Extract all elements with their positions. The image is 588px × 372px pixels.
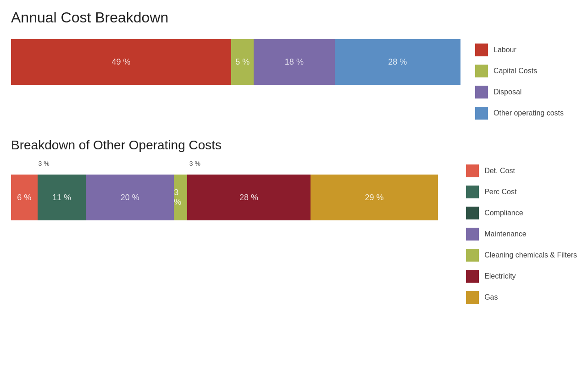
legend-item: Cleaning chemicals & Filters [466,249,577,262]
bar-segment: 20 % [86,175,174,220]
legend-label: Maintenance [484,230,527,238]
legend-label: Other operating costs [494,109,564,117]
chart2-row: 3 %3 % 6 %11 %20 %3 %28 %29 % Det. CostP… [11,160,577,304]
bar-segment: 18 % [254,39,334,85]
legend-item: Gas [466,291,577,304]
chart2-section: Breakdown of Other Operating Costs 3 %3 … [11,138,577,304]
legend-item: Det. Cost [466,164,577,177]
legend-label: Perc Cost [484,188,516,196]
legend-label: Electricity [484,272,516,280]
legend-label: Det. Cost [484,167,515,175]
legend-item: Electricity [466,270,577,283]
legend-item: Compliance [466,207,577,219]
legend-item: Labour [475,44,564,56]
legend-item: Perc Cost [466,186,577,198]
bar-segment: 6 % [11,175,38,220]
chart1-section: Annual Cost Breakdown 49 %5 %18 %28 % La… [11,9,577,120]
bar-segment: 29 % [311,175,438,220]
chart1-row: 49 %5 %18 %28 % LabourCapital CostsDispo… [11,39,577,120]
legend-color-swatch [466,164,479,177]
bar-segment: 11 % [38,175,86,220]
legend-color-swatch [475,44,488,56]
bar-label-above: 3 % [39,160,50,167]
bar-segment: 3 % [174,175,187,220]
legend-label: Cleaning chemicals & Filters [484,251,577,259]
legend-color-swatch [466,270,479,283]
chart2-bar: 6 %11 %20 %3 %28 %29 % [11,175,451,220]
legend-color-swatch [475,86,488,98]
chart1-bar: 49 %5 %18 %28 % [11,39,460,85]
legend-color-swatch [466,249,479,262]
chart2-bar-container: 3 %3 % 6 %11 %20 %3 %28 %29 % [11,160,451,220]
legend-item: Maintenance [466,228,577,241]
chart1-legend: LabourCapital CostsDisposalOther operati… [475,39,564,120]
legend-color-swatch [466,228,479,241]
chart1-bar-container: 49 %5 %18 %28 % [11,39,460,85]
legend-label: Labour [494,46,516,54]
legend-item: Other operating costs [475,107,564,120]
chart2-labels-row: 3 %3 % [11,160,451,173]
legend-color-swatch [475,107,488,120]
bar-segment: 49 % [11,39,231,85]
legend-label: Compliance [484,209,523,217]
legend-color-swatch [466,207,479,219]
legend-label: Disposal [494,88,521,96]
bar-segment: 5 % [231,39,254,85]
legend-color-swatch [466,291,479,304]
legend-label: Capital Costs [494,67,537,75]
chart1-title: Annual Cost Breakdown [11,9,577,26]
legend-item: Disposal [475,86,564,98]
legend-color-swatch [475,65,488,77]
bar-label-above: 3 % [189,160,200,167]
legend-color-swatch [466,186,479,198]
legend-item: Capital Costs [475,65,564,77]
chart2-legend: Det. CostPerc CostComplianceMaintenanceC… [466,160,577,304]
bar-segment: 28 % [335,39,460,85]
legend-label: Gas [484,293,498,301]
bar-segment: 28 % [187,175,311,220]
chart2-title: Breakdown of Other Operating Costs [11,138,577,153]
